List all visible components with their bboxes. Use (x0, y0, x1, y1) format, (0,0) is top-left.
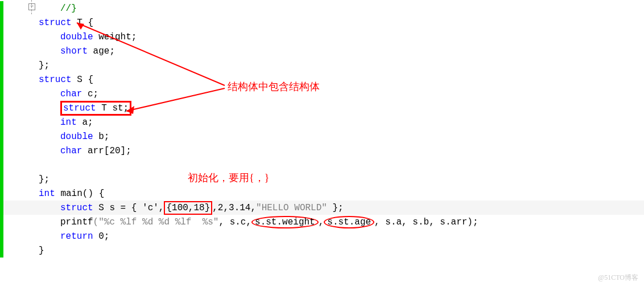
svg-line-2 (126, 88, 225, 111)
watermark-text: @51CTO博客 (598, 273, 638, 283)
arrow-lines (0, 0, 644, 286)
annotation-init: 初始化，要用{，} (188, 171, 269, 185)
svg-line-0 (77, 23, 225, 85)
svg-marker-1 (77, 23, 84, 30)
svg-marker-3 (126, 106, 134, 114)
